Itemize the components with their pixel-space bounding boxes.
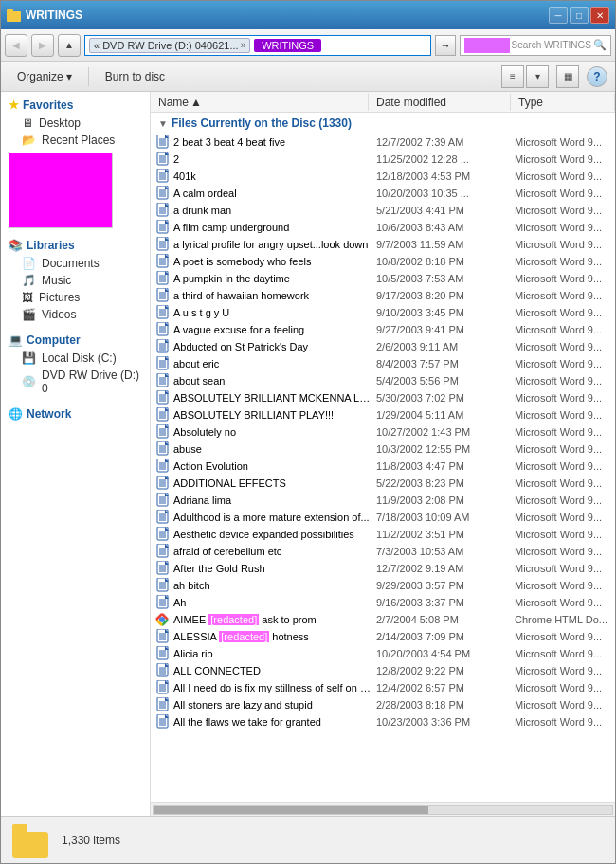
table-row[interactable]: A u s t g y U9/10/2003 3:45 PMMicrosoft … [151, 304, 615, 321]
table-row[interactable]: a third of hawaiian homework9/17/2003 8:… [151, 287, 615, 304]
computer-section: 💻 Computer 💾 Local Disk (C:) 💿 DVD RW Dr… [1, 331, 150, 397]
videos-label: Videos [42, 308, 76, 321]
col-header-name[interactable]: Name ▲ [151, 94, 369, 111]
computer-header[interactable]: 💻 Computer [1, 331, 150, 350]
table-row[interactable]: Absolutely no10/27/2002 1:43 PMMicrosoft… [151, 423, 615, 441]
table-row[interactable]: afraid of cerebellum etc7/3/2003 10:53 A… [151, 543, 615, 560]
file-name: ALESSIA [redacted] hotness [173, 631, 372, 642]
table-row[interactable]: A pumpkin in the daytime10/5/2003 7:53 A… [151, 270, 615, 287]
table-row[interactable]: ALL CONNECTED12/8/2002 9:22 PMMicrosoft … [151, 662, 615, 679]
help-button[interactable]: ? [587, 66, 607, 87]
file-type: Microsoft Word 9... [515, 682, 602, 693]
address-segment: « DVD RW Drive (D:) 040621... » [89, 38, 250, 53]
recent-icon: 📂 [22, 134, 36, 147]
table-row[interactable]: A vague excuse for a feeling9/27/2003 9:… [151, 321, 615, 338]
file-name: a drunk man [173, 205, 372, 216]
folder-body [12, 832, 48, 858]
sidebar-item-dvd[interactable]: 💿 DVD RW Drive (D:) 0 [1, 367, 150, 397]
table-row[interactable]: Action Evolution11/8/2003 4:47 PMMicroso… [151, 458, 615, 475]
sidebar: ★ Favorites 🖥 Desktop 📂 Recent Places 📚 … [1, 92, 151, 816]
table-row[interactable]: ALESSIA [redacted] hotness2/14/2003 7:09… [151, 628, 615, 645]
organize-label: Organize [17, 70, 63, 83]
table-row[interactable]: A calm ordeal10/20/2003 10:35 ...Microso… [151, 185, 615, 202]
table-row[interactable]: All the flaws we take for granted10/23/2… [151, 713, 615, 730]
main-window: WRITINGS ─ □ ✕ ◀ ▶ ▲ « DVD RW Drive (D:)… [0, 0, 616, 864]
table-row[interactable]: Abducted on St Patrick's Day2/6/2003 9:1… [151, 338, 615, 355]
word-icon [154, 441, 170, 457]
table-row[interactable]: ADDITIONAL EFFECTS5/22/2003 8:23 PMMicro… [151, 475, 615, 492]
toolbar: Organize ▾ Burn to disc ≡ ▾ ▦ ? [1, 62, 615, 92]
sidebar-item-desktop[interactable]: 🖥 Desktop [1, 115, 150, 132]
organize-button[interactable]: Organize ▾ [9, 65, 81, 88]
favorites-section: ★ Favorites 🖥 Desktop 📂 Recent Places [1, 96, 150, 228]
forward-button[interactable]: ▶ [31, 34, 54, 57]
table-row[interactable]: about sean5/4/2003 5:56 PMMicrosoft Word… [151, 372, 615, 389]
table-row[interactable]: a drunk man5/21/2003 4:41 PMMicrosoft Wo… [151, 202, 615, 219]
address-bar[interactable]: « DVD RW Drive (D:) 040621... » WRITINGS [84, 35, 431, 56]
file-list-area: Name ▲ Date modified Type ▼ Files Curren… [151, 92, 615, 816]
up-button[interactable]: ▲ [58, 34, 81, 57]
favorites-header[interactable]: ★ Favorites [1, 96, 150, 115]
file-type: Microsoft Word 9... [515, 256, 602, 267]
word-icon [154, 561, 170, 576]
sidebar-item-documents[interactable]: 📄 Documents [1, 255, 150, 272]
search-box[interactable]: Search WRITINGS 🔍 [460, 35, 611, 56]
go-button[interactable]: → [435, 35, 456, 56]
table-row[interactable]: A film camp underground10/6/2003 8:43 AM… [151, 219, 615, 236]
table-row[interactable]: about eric8/4/2003 7:57 PMMicrosoft Word… [151, 355, 615, 372]
table-row[interactable]: a lyrical profile for angry upset...look… [151, 236, 615, 253]
sidebar-item-music[interactable]: 🎵 Music [1, 272, 150, 289]
table-row[interactable]: All stoners are lazy and stupid2/28/2003… [151, 696, 615, 713]
table-row[interactable]: 401k12/18/2003 4:53 PMMicrosoft Word 9..… [151, 168, 615, 185]
file-name: A calm ordeal [173, 188, 372, 199]
minimize-button[interactable]: ─ [549, 7, 568, 24]
file-name: Action Evolution [173, 460, 372, 472]
table-row[interactable]: Adriana lima11/9/2003 2:08 PMMicrosoft W… [151, 492, 615, 509]
libraries-header[interactable]: 📚 Libraries [1, 236, 150, 255]
table-row[interactable]: After the Gold Rush12/7/2002 9:19 AMMicr… [151, 560, 615, 577]
view-list-button[interactable]: ≡ [501, 65, 524, 88]
table-row[interactable]: ABSOLUTELY BRILLIANT PLAY!!!1/29/2004 5:… [151, 406, 615, 423]
file-type: Microsoft Word 9... [515, 136, 602, 148]
sidebar-item-recent[interactable]: 📂 Recent Places [1, 132, 150, 149]
table-row[interactable]: Aesthetic device expanded possibilities1… [151, 526, 615, 543]
column-headers: Name ▲ Date modified Type [151, 92, 615, 113]
word-icon [154, 203, 170, 218]
table-row[interactable]: 2 beat 3 beat 4 beat five12/7/2002 7:39 … [151, 134, 615, 151]
horizontal-scroll[interactable] [151, 802, 615, 816]
file-name: All I need do is fix my stillness of sel… [173, 682, 372, 693]
table-row[interactable]: ABSOLUTELY BRILLIANT MCKENNA LEC...5/30/… [151, 389, 615, 406]
sidebar-item-videos[interactable]: 🎬 Videos [1, 306, 150, 323]
maximize-button[interactable]: □ [570, 7, 589, 24]
word-icon [154, 697, 170, 712]
table-row[interactable]: abuse10/3/2002 12:55 PMMicrosoft Word 9.… [151, 441, 615, 458]
view-dropdown-button[interactable]: ▾ [526, 65, 549, 88]
table-row[interactable]: A poet is somebody who feels10/8/2002 8:… [151, 253, 615, 270]
file-date: 10/20/2003 10:35 ... [372, 188, 515, 199]
h-scroll-track[interactable] [153, 805, 613, 815]
table-row[interactable]: Ah9/16/2003 3:37 PMMicrosoft Word 9... [151, 594, 615, 611]
file-type: Microsoft Word 9... [515, 699, 602, 711]
close-button[interactable]: ✕ [590, 7, 609, 24]
desktop-icon: 🖥 [22, 117, 33, 130]
title-bar: WRITINGS ─ □ ✕ [1, 1, 615, 29]
table-row[interactable]: AIMEE [redacted] ask to prom2/7/2004 5:0… [151, 611, 615, 628]
table-row[interactable]: 211/25/2002 12:28 ...Microsoft Word 9... [151, 151, 615, 168]
col-header-type[interactable]: Type [511, 94, 615, 111]
table-row[interactable]: All I need do is fix my stillness of sel… [151, 679, 615, 696]
col-header-date[interactable]: Date modified [369, 94, 511, 111]
sidebar-item-pictures[interactable]: 🖼 Pictures [1, 289, 150, 306]
file-date: 10/23/2003 3:36 PM [372, 716, 515, 728]
file-type: Microsoft Word 9... [515, 580, 602, 591]
file-name: 401k [173, 171, 372, 182]
table-row[interactable]: ah bitch9/29/2003 3:57 PMMicrosoft Word … [151, 577, 615, 594]
table-row[interactable]: Adulthood is a more mature extension of.… [151, 509, 615, 526]
sidebar-item-localdisk[interactable]: 💾 Local Disk (C:) [1, 350, 150, 367]
network-header[interactable]: 🌐 Network [1, 405, 150, 423]
file-type: Microsoft Word 9... [515, 443, 602, 455]
burn-button[interactable]: Burn to disc [97, 65, 173, 88]
view-pane-button[interactable]: ▦ [556, 65, 579, 88]
table-row[interactable]: Alicia rio10/20/2003 4:54 PMMicrosoft Wo… [151, 645, 615, 662]
back-button[interactable]: ◀ [5, 34, 27, 57]
file-list-scroll[interactable]: ▼ Files Currently on the Disc (1330) 2 b… [151, 113, 615, 802]
